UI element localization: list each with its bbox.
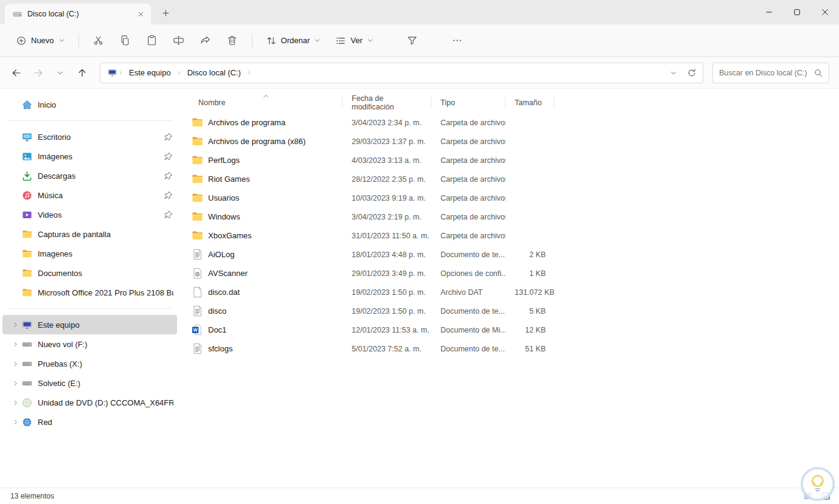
chevron-placeholder (9, 208, 22, 221)
folder-icon (192, 136, 203, 147)
sidebar-item-nuevo-vol-f[interactable]: Nuevo vol (F:) (2, 334, 177, 354)
file-row-xboxgames[interactable]: XboxGames31/01/2023 11:50 a. m.Carpeta d… (189, 226, 839, 245)
close-window-button[interactable] (811, 0, 839, 24)
share-icon (200, 35, 211, 46)
folder-icon (22, 268, 32, 278)
address-bar[interactable]: Este equipo Disco local (C:) (100, 63, 703, 83)
more-options-button[interactable] (445, 30, 470, 52)
sidebar-item-unidad-de-dvd-d-cccoma-x64fre-es-m[interactable]: Unidad de DVD (D:) CCCOMA_X64FRE_ES-M (2, 393, 177, 412)
sidebar-item-escritorio[interactable]: Escritorio (2, 127, 177, 147)
sidebar-item-pruebas-x[interactable]: Pruebas (X:) (2, 354, 177, 373)
paste-button[interactable] (140, 30, 164, 52)
cut-button[interactable] (86, 30, 111, 52)
refresh-button[interactable] (683, 64, 700, 81)
new-button[interactable]: Nuevo (10, 30, 71, 51)
explorer-tab[interactable]: Disco local (C:) (5, 4, 151, 24)
file-row-disco[interactable]: disco19/02/2023 1:50 p. m.Documento de t… (189, 302, 839, 320)
sidebar-item-label: Microsoft Office 2021 Pro Plus 2108 Buil… (32, 288, 173, 297)
column-header-fecha-de-modificaci-n[interactable]: Fecha de modificación (343, 92, 431, 113)
file-row-perflogs[interactable]: PerfLogs4/03/2023 3:13 a. m.Carpeta de a… (189, 151, 839, 170)
tab-close-button[interactable] (134, 7, 147, 21)
sidebar-item-imagenes[interactable]: Imagenes (2, 244, 177, 263)
expand-chevron-icon[interactable] (9, 357, 22, 370)
sidebar-item-label: Imágenes (32, 152, 163, 161)
file-date: 4/03/2023 3:13 a. m. (343, 156, 431, 165)
sidebar-item-capturas-de-pantalla[interactable]: Capturas de pantalla (2, 224, 177, 244)
file-row-avscanner[interactable]: AVScanner29/01/2023 3:49 p. m.Opciones d… (189, 264, 839, 283)
sidebar-item-videos[interactable]: Videos (2, 205, 177, 224)
expand-chevron-icon[interactable] (9, 337, 22, 351)
breadcrumb-chevron-icon (176, 69, 183, 76)
sidebar-item-este-equipo[interactable]: Este equipo (2, 315, 177, 334)
file-row-usuarios[interactable]: Usuarios10/03/2023 9:19 a. m.Carpeta de … (189, 188, 839, 207)
sidebar-item-documentos[interactable]: Documentos (2, 263, 177, 283)
search-icon (813, 68, 823, 78)
sidebar-item-im-genes[interactable]: Imágenes (2, 147, 177, 166)
pictures-icon (22, 151, 32, 162)
chevron-down-icon (58, 37, 65, 44)
copy-button[interactable] (113, 30, 138, 52)
sidebar-item-m-sica[interactable]: Música (2, 185, 177, 205)
drive-icon (13, 10, 22, 19)
file-row-sfclogs[interactable]: sfclogs5/01/2023 7:52 a. m.Documento de … (189, 339, 839, 358)
large-icons-view-icon (821, 491, 830, 501)
file-type: Opciones de confi... (431, 269, 506, 278)
maximize-button[interactable] (783, 0, 811, 24)
file-row-windows[interactable]: Windows3/04/2023 2:19 p. m.Carpeta de ar… (189, 207, 839, 226)
dvd-icon (22, 398, 32, 408)
file-row-disco-dat[interactable]: disco.dat19/02/2023 1:50 p. m.Archivo DA… (189, 283, 839, 302)
share-button[interactable] (193, 30, 218, 52)
view-button[interactable]: Ver (329, 30, 380, 51)
up-button[interactable] (72, 63, 92, 83)
file-name: XboxGames (208, 231, 252, 240)
column-header-nombre[interactable]: Nombre (189, 92, 343, 113)
minimize-button[interactable] (755, 0, 783, 24)
forward-button[interactable] (28, 63, 48, 83)
expand-chevron-icon[interactable] (9, 415, 22, 429)
file-date: 12/01/2023 11:53 a. m. (343, 326, 431, 334)
filter-button[interactable] (400, 30, 425, 52)
file-row-doc1[interactable]: Doc112/01/2023 11:53 a. m.Documento de M… (189, 320, 839, 339)
sidebar-item-label: Inicio (32, 100, 173, 109)
chevron-placeholder (9, 247, 22, 260)
folder-icon (192, 173, 203, 185)
close-icon (821, 9, 829, 16)
file-name: AiOLog (208, 250, 234, 259)
new-tab-button[interactable] (157, 4, 174, 21)
details-view-button[interactable] (801, 490, 815, 503)
file-row-aiolog[interactable]: AiOLog18/01/2023 4:48 p. m.Documento de … (189, 245, 839, 264)
sidebar-item-red[interactable]: Red (2, 412, 177, 432)
breadcrumb-disco-local[interactable]: Disco local (C:) (183, 65, 245, 80)
file-row-archivos-de-programa-x86[interactable]: Archivos de programa (x86)29/03/2023 1:3… (189, 132, 839, 151)
column-header-tama-o[interactable]: Tamaño (506, 92, 554, 113)
expand-chevron-icon[interactable] (9, 376, 22, 390)
search-input[interactable] (719, 69, 813, 77)
search-box[interactable] (712, 63, 829, 83)
sidebar-item-microsoft-office-2021-pro-plus-2108-build-143[interactable]: Microsoft Office 2021 Pro Plus 2108 Buil… (2, 283, 177, 302)
toolbar-divider (252, 33, 252, 48)
file-name-cell: Usuarios (189, 192, 343, 204)
sidebar-item-descargas[interactable]: Descargas (2, 166, 177, 185)
chevron-placeholder (9, 286, 22, 299)
rename-button[interactable] (167, 30, 191, 52)
breadcrumb-este-equipo[interactable]: Este equipo (125, 65, 175, 80)
sidebar-item-label: Imagenes (32, 249, 173, 258)
file-row-archivos-de-programa[interactable]: Archivos de programa3/04/2023 2:34 p. m.… (189, 113, 839, 132)
expand-chevron-icon[interactable] (9, 318, 22, 331)
recent-locations-button[interactable] (50, 63, 70, 83)
file-size: 2 KB (506, 250, 554, 259)
sort-button[interactable]: Ordenar (260, 30, 327, 51)
sidebar-item-solvetic-e[interactable]: Solvetic (E:) (2, 373, 177, 393)
sidebar-item-label: Este equipo (32, 320, 173, 330)
sidebar-item-inicio[interactable]: Inicio (2, 95, 177, 114)
chevron-down-icon (314, 37, 321, 44)
file-row-riot-games[interactable]: Riot Games28/12/2022 2:35 p. m.Carpeta d… (189, 170, 839, 188)
delete-button[interactable] (220, 30, 245, 52)
file-name-cell: Doc1 (189, 324, 343, 336)
large-icons-view-button[interactable] (818, 490, 833, 503)
back-button[interactable] (6, 63, 26, 83)
expand-chevron-icon[interactable] (9, 396, 22, 409)
column-header-tipo[interactable]: Tipo (431, 92, 506, 113)
address-dropdown-button[interactable] (665, 64, 682, 81)
view-list-icon (335, 35, 346, 46)
